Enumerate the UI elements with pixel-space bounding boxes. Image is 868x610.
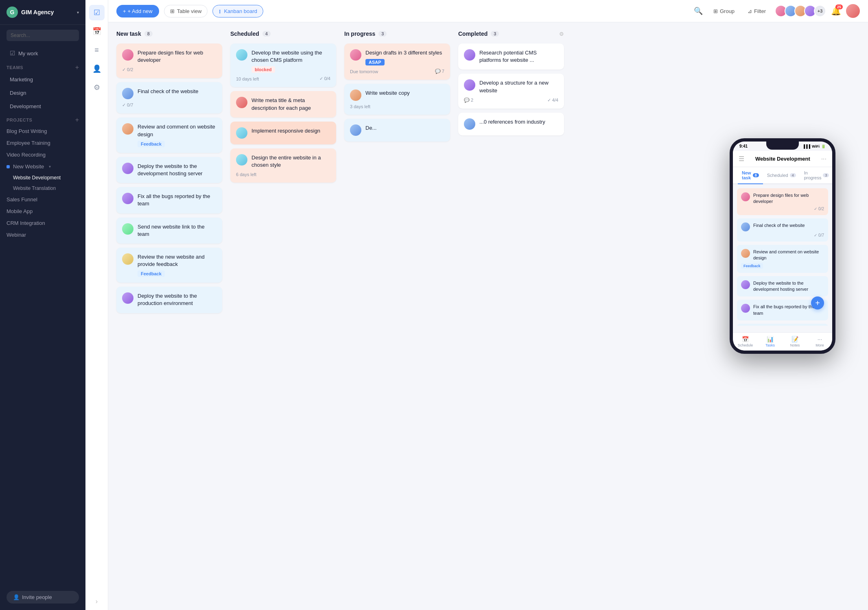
mobile-nav-schedule[interactable]: 📅 Schedule [733, 334, 758, 349]
mobile-card-title: Prepare design files for web developer [753, 192, 824, 205]
card-in-progress-3[interactable]: De... [344, 119, 450, 142]
col-count-scheduled: 4 [262, 31, 271, 37]
tool-list-icon[interactable]: ≡ [89, 42, 105, 58]
card-references[interactable]: ...0 references from industry [458, 113, 564, 135]
sidebar-item-design[interactable]: Design [3, 87, 82, 99]
sidebar-item-blog-post[interactable]: Blog Post Writing [0, 125, 85, 137]
card-write-copy[interactable]: Write website copy 3 days left [344, 84, 450, 115]
mobile-card-3[interactable]: Review and comment on website design Fee… [737, 245, 828, 273]
sidebar-item-video-recording[interactable]: Video Recording [0, 149, 85, 161]
card-final-check[interactable]: Final check of the website ✓ 0/7 [116, 82, 222, 113]
card-design-style[interactable]: Design the entire website in a chosen st… [230, 148, 336, 183]
sidebar-logo[interactable]: G GIM Agency ▾ [0, 0, 85, 25]
group-button[interactable]: ⊞ Group [709, 6, 739, 17]
card-develop-structure[interactable]: Develop a structure for a new website 💬 … [458, 74, 564, 108]
company-name: GIM Agency [21, 9, 54, 15]
sidebar-item-sales-funnel[interactable]: Sales Funnel [0, 194, 85, 205]
mobile-card-2[interactable]: Final check of the website ✓ 0/7 [737, 218, 828, 242]
card-avatar [350, 89, 361, 101]
card-review-comment[interactable]: Review and comment on website design Fee… [116, 118, 222, 152]
video-recording-label: Video Recording [7, 152, 46, 158]
sidebar-item-mobile-app[interactable]: Mobile App [0, 205, 85, 217]
development-label: Development [10, 103, 41, 109]
card-design-drafts[interactable]: Design drafts in 3 different styles ASAP… [344, 44, 450, 80]
logo-icon: G [7, 7, 18, 18]
mobile-card-4[interactable]: Deploy the website to the development ho… [737, 276, 828, 297]
search-area [0, 25, 85, 46]
card-avatar [464, 49, 475, 61]
sidebar-item-marketing[interactable]: Marketing [3, 73, 82, 86]
sidebar: G GIM Agency ▾ ☑ My work Teams + Marketi… [0, 0, 85, 610]
mobile-app-label: Mobile App [7, 208, 33, 214]
mobile-tab-in-progress[interactable]: In progress 3 [800, 167, 832, 184]
sidebar-item-webinar[interactable]: Webinar [0, 229, 85, 241]
mobile-tab-scheduled[interactable]: Scheduled 4 [763, 167, 800, 184]
card-title: Final check of the website [138, 88, 216, 95]
mobile-nav-notes[interactable]: 📝 Notes [783, 334, 807, 349]
sidebar-item-website-translation[interactable]: Website Translation [0, 183, 85, 194]
add-new-label: + Add new [128, 8, 153, 14]
mobile-nav-tasks[interactable]: 📊 Tasks [758, 334, 783, 349]
mobile-menu-icon[interactable]: ☰ [739, 155, 744, 163]
card-send-link[interactable]: Send new website link to the team [116, 218, 222, 244]
mobile-fab-button[interactable]: + [811, 296, 824, 309]
mobile-tab-new-task[interactable]: New task 8 [738, 167, 763, 184]
teams-section: Teams + [0, 61, 85, 73]
mobile-card-1[interactable]: Prepare design files for web developer ✓… [737, 188, 828, 215]
team-avatars: +3 [775, 5, 826, 17]
mobile-card-title: Final check of the website [753, 222, 824, 229]
card-review-feedback[interactable]: Review the new website and provide feedb… [116, 248, 222, 283]
mobile-tab-in-progress-count: 3 [823, 173, 829, 177]
user-avatar[interactable] [846, 4, 860, 18]
card-deploy-dev[interactable]: Deploy the website to the development ho… [116, 157, 222, 183]
mobile-card-6[interactable]: Send new website link to the team [737, 324, 828, 326]
sidebar-item-my-work[interactable]: ☑ My work [3, 46, 82, 60]
sidebar-item-employee-training[interactable]: Employee Training [0, 137, 85, 149]
sidebar-item-crm[interactable]: CRM Integration [0, 217, 85, 229]
new-website-chevron-icon: ▾ [49, 164, 51, 169]
filter-button[interactable]: ⊿ Filter [743, 6, 770, 17]
add-project-button[interactable]: + [75, 116, 79, 124]
card-responsive[interactable]: Implement responsive design [230, 122, 336, 144]
card-develop-cms[interactable]: Develop the website using the chosen CMS… [230, 44, 336, 87]
tools-expand-icon[interactable]: › [96, 598, 98, 605]
search-button[interactable]: 🔍 [692, 5, 704, 17]
add-new-button[interactable]: + + Add new [116, 5, 159, 17]
mobile-nav-more[interactable]: ··· More [807, 334, 832, 349]
card-checks: ✓ 0/2 [122, 67, 133, 72]
checkbox-icon: ☑ [10, 50, 15, 57]
card-days: Due tomorrow [350, 69, 378, 74]
kanban-view-button[interactable]: ⫿ Kanban board [212, 5, 263, 17]
card-checks: ✓ 0/7 [122, 102, 133, 108]
mobile-bottom-nav: 📅 Schedule 📊 Tasks 📝 Notes ··· More [733, 332, 832, 351]
sidebar-item-development[interactable]: Development [3, 100, 82, 113]
design-label: Design [10, 90, 26, 96]
webinar-label: Webinar [7, 232, 26, 238]
crm-label: CRM Integration [7, 220, 45, 226]
sidebar-item-new-website[interactable]: New Website ▾ [0, 161, 85, 172]
tool-calendar-icon[interactable]: 📅 [89, 24, 105, 39]
card-fix-bugs[interactable]: Fix all the bugs reported by the team [116, 187, 222, 213]
card-title: Review and comment on website design [138, 123, 216, 138]
card-research-cms[interactable]: Research potential CMS platforms for web… [458, 44, 564, 70]
sidebar-item-website-dev[interactable]: Website Development [0, 172, 85, 183]
col-settings-icon[interactable]: ⚙ [559, 31, 564, 37]
mobile-more-icon[interactable]: ··· [821, 155, 826, 163]
tool-tasks-icon[interactable]: ☑ [89, 5, 105, 20]
card-title: Write website copy [365, 89, 444, 97]
avatar-count[interactable]: +3 [814, 5, 826, 17]
search-input[interactable] [7, 30, 79, 41]
card-avatar [350, 49, 361, 61]
table-view-button[interactable]: ⊞ Table view [164, 5, 208, 17]
tool-settings-icon[interactable]: ⚙ [89, 80, 105, 95]
card-title: Deploy the website to the development ho… [138, 163, 216, 177]
card-deploy-prod[interactable]: Deploy the website to the production env… [116, 287, 222, 313]
notifications-button[interactable]: 🔔 25 [831, 6, 841, 16]
mobile-notch [766, 142, 799, 150]
mobile-card-avatar [741, 192, 750, 201]
card-meta-title[interactable]: Write meta title & meta description for … [230, 91, 336, 117]
add-team-button[interactable]: + [75, 64, 79, 71]
invite-people-button[interactable]: 👤 Invite people [7, 591, 79, 603]
card-prepare-design[interactable]: Prepare design files for web developer ✓… [116, 44, 222, 78]
tool-person-icon[interactable]: 👤 [89, 61, 105, 76]
